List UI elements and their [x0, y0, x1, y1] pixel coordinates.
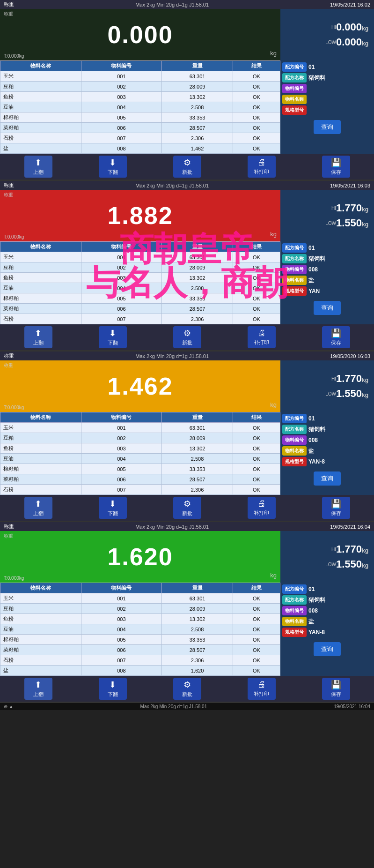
- lo-label: LOW: [325, 391, 336, 397]
- weight-main: 称重 T:0.000kg 1.882 kg: [0, 190, 280, 241]
- bottom-status-bar: ⊕ ▲ Max 2kg Min 20g d=1g J1.58.01 19/05/…: [0, 703, 374, 710]
- lo-value: 1.550kg: [336, 558, 368, 570]
- query-button[interactable]: 查询: [314, 642, 341, 656]
- weight-label: 称重: [4, 362, 13, 369]
- down-icon: ⬇: [109, 157, 116, 168]
- formula-name-row: 配方名称 猪饲料: [282, 425, 372, 434]
- tare-label: T:0.000kg: [4, 576, 24, 581]
- btn-up[interactable]: ⬆ 上翻: [24, 497, 52, 519]
- toolbar: ⬆ 上翻 ⬇ 下翻 ⚙ 新批 🖨 补打印 💾 保存: [0, 154, 374, 180]
- btn-down-label: 下翻: [108, 510, 118, 517]
- btn-save[interactable]: 💾 保存: [322, 326, 350, 348]
- print-icon: 🖨: [257, 328, 266, 338]
- right-panel: 配方编号 01 配方名称 猪饲料 物料编号 008 物料名称 盐 规格型号: [280, 412, 374, 495]
- material-weight: 2.306: [162, 314, 233, 324]
- col-header: 物料名称: [0, 242, 81, 252]
- material-name: 棉籽粕: [0, 112, 81, 123]
- top-bar: 称重 Max 2kg Min 20g d=1g J1.58.01 19/05/2…: [0, 522, 374, 531]
- btn-new[interactable]: ⚙ 新批: [173, 326, 201, 348]
- btn-up[interactable]: ⬆ 上翻: [24, 156, 52, 178]
- btn-reprint[interactable]: 🖨 补打印: [248, 156, 276, 178]
- btn-down[interactable]: ⬇ 下翻: [99, 326, 127, 348]
- formula-name-value: 猪饲料: [308, 596, 325, 604]
- material-name-label: 物料名称: [282, 446, 307, 456]
- material-name: 菜籽粕: [0, 474, 81, 485]
- btn-reprint[interactable]: 🖨 补打印: [248, 497, 276, 519]
- col-header: 重量: [162, 412, 233, 423]
- btn-new[interactable]: ⚙ 新批: [173, 497, 201, 519]
- btn-down[interactable]: ⬇ 下翻: [99, 156, 127, 178]
- formula-name-label: 配方名称: [282, 595, 307, 605]
- lo-value: 1.550kg: [336, 217, 368, 229]
- print-icon: 🖨: [257, 680, 266, 689]
- table-row: 石粉 007 2.306 OK: [0, 655, 280, 666]
- col-header: 结果: [233, 242, 280, 252]
- panel-panel1: 称重 Max 2kg Min 20g d=1g J1.58.01 19/05/2…: [0, 0, 374, 181]
- table-row: 豆粕 002 28.009 OK: [0, 604, 280, 614]
- app: 称重 Max 2kg Min 20g d=1g J1.58.01 19/05/2…: [0, 0, 374, 710]
- material-result: OK: [233, 454, 280, 464]
- col-header: 物料编号: [81, 583, 162, 593]
- btn-save[interactable]: 💾 保存: [322, 678, 350, 700]
- data-table: 物料名称物料编号重量结果 玉米 001 63.301 OK: [0, 241, 280, 324]
- material-result: OK: [233, 143, 280, 154]
- query-button[interactable]: 查询: [314, 301, 341, 315]
- btn-reprint[interactable]: 🖨 补打印: [248, 678, 276, 700]
- material-code: 008: [81, 143, 162, 154]
- material-result: OK: [233, 666, 280, 676]
- material-code: 005: [81, 635, 162, 645]
- data-table: 物料名称物料编号重量结果 玉米 001 63.301 OK: [0, 583, 280, 676]
- formula-no-value: 01: [308, 64, 315, 70]
- lo-label: LOW: [325, 40, 336, 45]
- weight-right: HI 1.770kg LOW 1.550kg: [280, 360, 374, 412]
- material-name: 棉籽粕: [0, 464, 81, 474]
- material-weight: 28.009: [162, 262, 233, 273]
- spec-row: 规格型号: [282, 105, 372, 115]
- new-icon: ⚙: [183, 157, 191, 168]
- top-bar-right: 19/05/2021 16:03: [330, 183, 370, 188]
- col-header: 重量: [162, 242, 233, 252]
- material-no-row: 物料编号 008: [282, 435, 372, 445]
- btn-up[interactable]: ⬆ 上翻: [24, 326, 52, 348]
- weight-unit: kg: [270, 572, 277, 579]
- material-weight: 63.301: [162, 252, 233, 262]
- status-center: Max 2kg Min 20g d=1g J1.58.01: [140, 704, 207, 709]
- btn-up[interactable]: ⬆ 上翻: [24, 678, 52, 700]
- material-code: 004: [81, 283, 162, 293]
- material-result: OK: [233, 92, 280, 102]
- top-bar-center: Max 2kg Min 20g d=1g J1.58.01: [135, 524, 209, 530]
- btn-save[interactable]: 💾 保存: [322, 156, 350, 178]
- material-name: 棉籽粕: [0, 293, 81, 304]
- table-row: 石粉 007 2.306 OK: [0, 485, 280, 495]
- btn-down[interactable]: ⬇ 下翻: [99, 678, 127, 700]
- btn-up-label: 上翻: [33, 510, 44, 517]
- save-icon: 💾: [331, 499, 341, 509]
- btn-new[interactable]: ⚙ 新批: [173, 156, 201, 178]
- btn-new[interactable]: ⚙ 新批: [173, 678, 201, 700]
- btn-down[interactable]: ⬇ 下翻: [99, 497, 127, 519]
- weight-main: 称重 T:0.000kg 0.000 kg: [0, 9, 280, 60]
- material-code: 003: [81, 614, 162, 624]
- query-button[interactable]: 查询: [314, 120, 341, 134]
- up-icon: ⬆: [35, 499, 42, 509]
- btn-save[interactable]: 💾 保存: [322, 497, 350, 519]
- material-no-row: 物料编号: [282, 84, 372, 93]
- top-bar-right: 19/05/2021 16:02: [330, 2, 370, 7]
- table-row: 鱼粉 003 13.302 OK: [0, 273, 280, 283]
- lo-value: 0.000kg: [336, 36, 368, 48]
- material-weight: 1.620: [162, 666, 233, 676]
- material-result: OK: [233, 112, 280, 123]
- top-bar-center: Max 2kg Min 20g d=1g J1.58.01: [135, 183, 209, 188]
- col-header: 重量: [162, 61, 233, 71]
- btn-reprint[interactable]: 🖨 补打印: [248, 326, 276, 348]
- material-name: 鱼粉: [0, 273, 81, 283]
- col-header: 物料名称: [0, 583, 81, 593]
- material-name: 棉籽粕: [0, 635, 81, 645]
- table-row: 豆油 004 2.508 OK: [0, 454, 280, 464]
- material-name-row: 物料名称 盐: [282, 446, 372, 456]
- table-section: 物料名称物料编号重量结果 玉米 001 63.301 OK: [0, 60, 374, 154]
- table-row: 菜籽粕 006 28.507 OK: [0, 123, 280, 133]
- table-row: 菜籽粕 006 28.507 OK: [0, 474, 280, 485]
- query-button[interactable]: 查询: [314, 471, 341, 486]
- formula-no-row: 配方编号 01: [282, 414, 372, 423]
